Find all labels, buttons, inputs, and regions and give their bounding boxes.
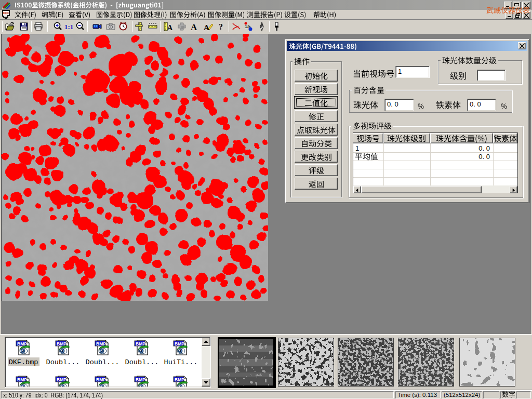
svg-text:DOC: DOC bbox=[3, 11, 10, 15]
svg-text:A: A bbox=[191, 22, 197, 32]
svg-text:A: A bbox=[204, 23, 209, 32]
svg-text:1:1: 1:1 bbox=[64, 23, 73, 31]
svg-text:A: A bbox=[167, 24, 173, 32]
svg-text:?: ? bbox=[219, 22, 223, 31]
